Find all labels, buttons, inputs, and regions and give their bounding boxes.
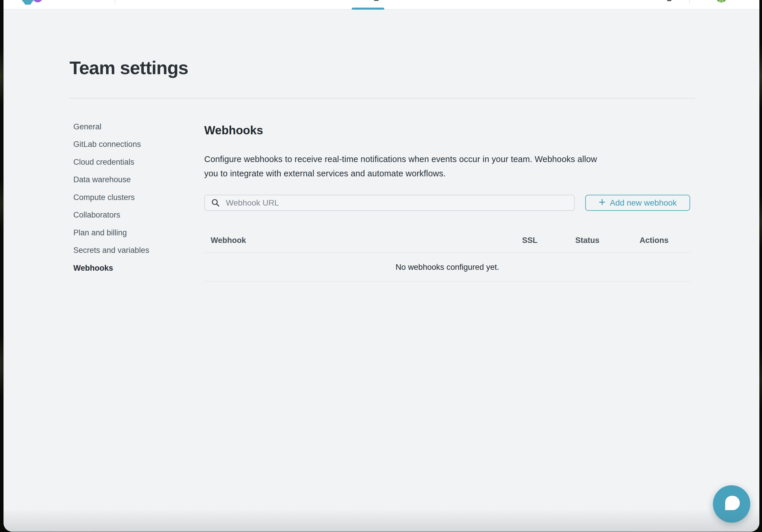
description-line-2: you to integrate with external services …	[204, 169, 446, 178]
table-header-row: Webhook SSL Status Actions	[204, 228, 690, 253]
user-avatar[interactable]	[716, 0, 727, 3]
sidebar-item-collaborators[interactable]: Collaborators	[73, 206, 149, 224]
add-new-webhook-button[interactable]: + Add new webhook	[585, 195, 690, 211]
nav-divider	[689, 0, 690, 4]
chat-bubble-icon	[725, 496, 740, 510]
sidebar-item-plan-and-billing[interactable]: Plan and billing	[73, 224, 149, 242]
sidebar-item-webhooks[interactable]: Webhooks	[73, 259, 149, 277]
description-line-1: Configure webhooks to receive real-time …	[204, 155, 597, 164]
section-title: Webhooks	[204, 124, 263, 137]
app-window: Team settings General GitLab connections…	[4, 0, 759, 532]
sidebar-item-secrets-and-variables[interactable]: Secrets and variables	[73, 242, 149, 260]
plus-icon: +	[599, 196, 605, 208]
empty-state-row: No webhooks configured yet.	[204, 253, 690, 282]
empty-state-message: No webhooks configured yet.	[396, 262, 499, 272]
column-header-status: Status	[575, 236, 600, 245]
add-new-webhook-label: Add new webhook	[610, 198, 677, 208]
top-nav	[4, 0, 759, 10]
nav-divider	[115, 0, 115, 4]
webhook-search-field	[204, 195, 575, 211]
column-header-actions: Actions	[640, 236, 668, 245]
webhook-search-input[interactable]	[204, 195, 575, 211]
nav-bell-icon[interactable]	[667, 0, 671, 1]
column-header-ssl: SSL	[522, 236, 538, 245]
sidebar-item-data-warehouse[interactable]: Data warehouse	[73, 171, 149, 189]
sidebar-item-cloud-credentials[interactable]: Cloud credentials	[73, 153, 149, 171]
section-description: Configure webhooks to receive real-time …	[204, 152, 597, 180]
webhooks-table: Webhook SSL Status Actions No webhooks c…	[204, 228, 690, 282]
sidebar-item-general[interactable]: General	[73, 118, 149, 136]
column-header-webhook: Webhook	[211, 236, 246, 245]
sidebar-item-gitlab-connections[interactable]: GitLab connections	[73, 136, 149, 154]
active-tab-label-cropped	[374, 0, 379, 1]
sidebar-item-compute-clusters[interactable]: Compute clusters	[73, 189, 149, 206]
page-title: Team settings	[70, 57, 188, 78]
brand-logo-icon[interactable]	[18, 0, 50, 5]
settings-sidebar: General GitLab connections Cloud credent…	[73, 118, 149, 277]
title-divider	[70, 98, 695, 99]
chat-launcher-button[interactable]	[713, 485, 750, 523]
active-tab-underline	[352, 8, 384, 10]
